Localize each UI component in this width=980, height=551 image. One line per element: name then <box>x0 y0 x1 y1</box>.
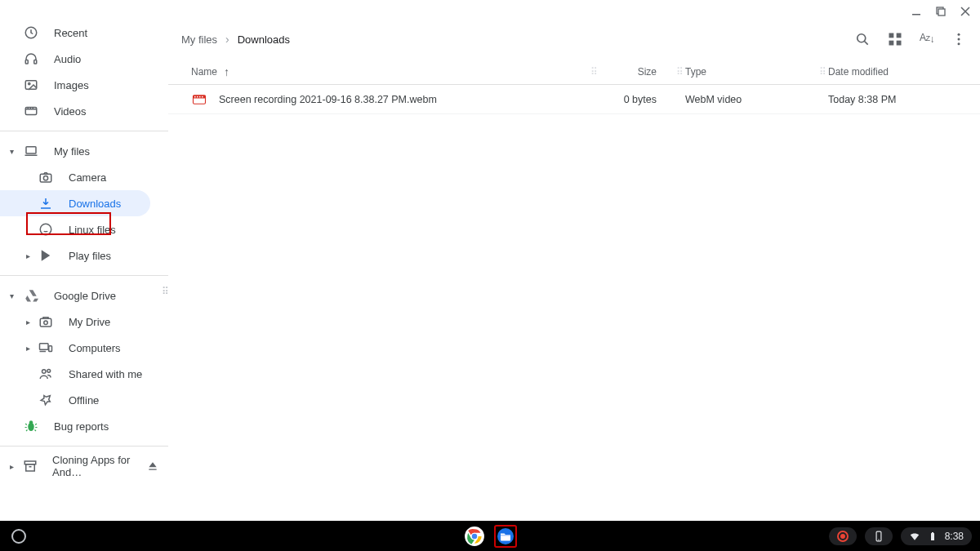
column-resize-handle[interactable]: ⠿ <box>673 66 685 78</box>
breadcrumb-current: Downloads <box>238 33 290 46</box>
svg-point-14 <box>44 321 48 325</box>
column-resize-handle[interactable]: ⠿ <box>816 66 828 78</box>
battery-icon <box>927 531 938 542</box>
sidebar-item-downloads[interactable]: Downloads <box>0 190 150 216</box>
svg-rect-0 <box>912 14 920 16</box>
svg-rect-41 <box>501 535 510 536</box>
svg-rect-22 <box>26 464 35 471</box>
shelf: 8:38 <box>0 521 980 551</box>
chrome-app-icon[interactable] <box>463 525 486 548</box>
svg-rect-4 <box>25 60 28 64</box>
column-header-date[interactable]: Date modified <box>828 66 967 78</box>
eject-icon[interactable] <box>147 460 158 472</box>
breadcrumb-root[interactable]: My files <box>181 33 217 46</box>
drive-folder-icon <box>38 313 54 330</box>
sidebar-item-label: Camera <box>69 171 106 184</box>
more-options-button[interactable] <box>951 31 967 47</box>
video-icon <box>23 103 39 119</box>
column-resize-handle[interactable]: ⠿ <box>587 66 599 78</box>
chevron-right-icon[interactable]: ▸ <box>23 317 33 327</box>
toolbar: My files › Downloads AZ↓ <box>168 20 980 59</box>
column-header-size[interactable]: Size <box>599 66 673 78</box>
chevron-right-icon: › <box>225 33 229 46</box>
sidebar-item-label: My Drive <box>69 316 110 328</box>
svg-rect-5 <box>34 60 37 64</box>
sidebar-item-label: Videos <box>54 105 87 118</box>
sidebar: Recent Audio Images Videos ▾ My files Ca… <box>0 20 168 521</box>
column-header-type[interactable]: Type <box>685 66 816 78</box>
sidebar-item-myfiles[interactable]: ▾ My files <box>0 138 168 164</box>
divider <box>0 446 168 447</box>
chevron-down-icon[interactable]: ▾ <box>7 291 16 300</box>
sidebar-item-offline[interactable]: Offline <box>0 387 168 413</box>
sidebar-item-linux[interactable]: Linux files <box>0 216 168 242</box>
sidebar-item-label: Google Drive <box>54 290 116 302</box>
chevron-right-icon[interactable]: ▸ <box>23 343 33 353</box>
sidebar-item-recent[interactable]: Recent <box>0 20 168 46</box>
svg-rect-25 <box>897 33 902 38</box>
sidebar-item-label: Offline <box>69 394 99 407</box>
divider <box>0 275 168 276</box>
column-header-name[interactable]: Name <box>191 66 217 78</box>
svg-rect-34 <box>197 96 198 97</box>
file-type: WebM video <box>685 94 816 105</box>
archive-icon <box>23 458 38 474</box>
sidebar-item-label: Bug reports <box>54 420 109 433</box>
devices-icon <box>38 340 54 356</box>
sidebar-item-shared[interactable]: Shared with me <box>0 361 168 387</box>
maximize-button[interactable] <box>934 5 947 18</box>
phone-icon <box>873 531 884 542</box>
sidebar-item-camera[interactable]: Camera <box>0 164 168 190</box>
people-icon <box>38 366 54 382</box>
chevron-down-icon[interactable]: ▾ <box>7 146 16 156</box>
close-button[interactable] <box>959 5 972 18</box>
sidebar-item-mydrive[interactable]: ▸ My Drive <box>0 309 168 335</box>
sidebar-item-videos[interactable]: Videos <box>0 98 168 124</box>
svg-point-7 <box>29 82 30 84</box>
resize-handle-icon[interactable]: ⠿ <box>162 286 167 297</box>
grid-view-button[interactable] <box>887 31 903 47</box>
phone-hub-button[interactable] <box>865 527 893 545</box>
svg-rect-36 <box>202 96 203 97</box>
files-app-icon[interactable] <box>494 525 517 548</box>
divider <box>0 131 168 131</box>
file-name: Screen recording 2021-09-16 8.38.27 PM.w… <box>219 94 587 105</box>
sidebar-item-images[interactable]: Images <box>0 72 168 98</box>
recording-indicator[interactable] <box>829 527 857 545</box>
download-icon <box>38 195 54 211</box>
svg-rect-9 <box>26 147 36 153</box>
status-tray[interactable]: 8:38 <box>901 527 972 545</box>
window-controls <box>910 5 972 18</box>
minimize-button[interactable] <box>910 5 923 18</box>
linux-icon <box>38 221 54 238</box>
chevron-right-icon[interactable]: ▸ <box>7 461 16 471</box>
sidebar-item-cloning[interactable]: ▸ Cloning Apps for And… <box>0 453 168 479</box>
breadcrumb: My files › Downloads <box>181 33 290 46</box>
svg-rect-24 <box>889 33 893 38</box>
sidebar-item-label: Downloads <box>69 198 121 210</box>
sidebar-item-label: My files <box>54 145 90 158</box>
file-list-header: Name ↑ ⠿ Size ⠿ Type ⠿ Date modified <box>168 59 980 85</box>
svg-point-29 <box>958 38 960 41</box>
svg-rect-43 <box>931 533 934 540</box>
launcher-button[interactable] <box>11 529 26 544</box>
sidebar-item-bugreports[interactable]: Bug reports <box>0 413 168 439</box>
sidebar-item-audio[interactable]: Audio <box>0 46 168 72</box>
clock-label: 8:38 <box>945 531 964 542</box>
main-content: My files › Downloads AZ↓ Name ↑ ⠿ Size ⠿… <box>168 20 980 521</box>
sidebar-item-computers[interactable]: ▸ Computers <box>0 335 168 361</box>
sort-ascending-icon: ↑ <box>224 65 229 78</box>
sidebar-item-playfiles[interactable]: ▸ Play files <box>0 242 168 269</box>
svg-point-20 <box>29 420 33 424</box>
chevron-right-icon[interactable]: ▸ <box>23 251 33 260</box>
recording-icon <box>837 531 849 542</box>
sidebar-item-label: Cloning Apps for And… <box>52 454 147 478</box>
headphones-icon <box>23 51 39 67</box>
clock-icon <box>23 24 39 41</box>
file-row[interactable]: Screen recording 2021-09-16 8.38.27 PM.w… <box>168 85 980 114</box>
search-button[interactable] <box>854 31 871 47</box>
sort-button[interactable]: AZ↓ <box>920 32 934 47</box>
svg-rect-44 <box>932 532 933 533</box>
sidebar-item-googledrive[interactable]: ▾ Google Drive <box>0 282 168 309</box>
pin-icon <box>38 392 54 408</box>
